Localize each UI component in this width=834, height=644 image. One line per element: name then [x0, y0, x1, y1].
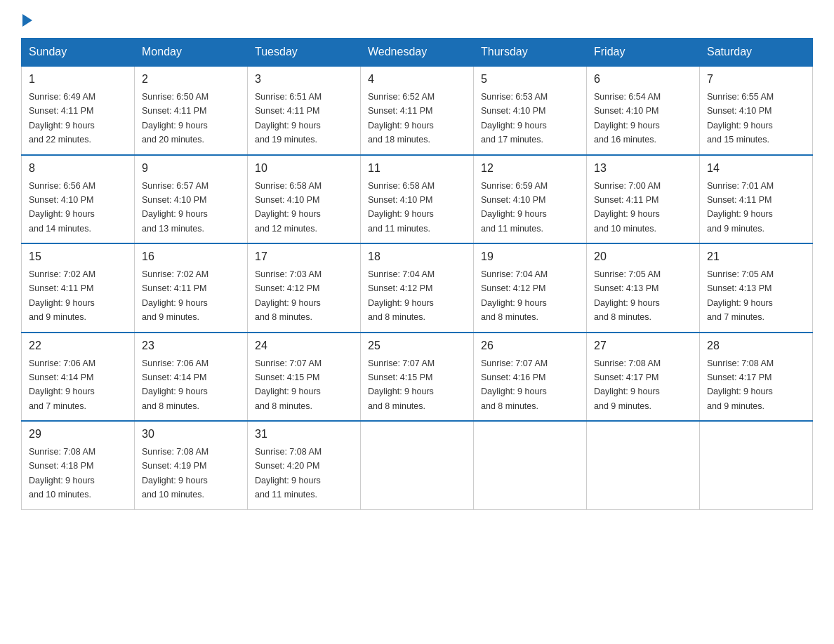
- calendar-cell: 6 Sunrise: 6:54 AMSunset: 4:10 PMDayligh…: [587, 66, 700, 155]
- day-number: 6: [594, 71, 692, 88]
- day-info: Sunrise: 6:50 AMSunset: 4:11 PMDaylight:…: [142, 92, 208, 145]
- calendar-cell: [587, 421, 700, 509]
- calendar-cell: 2 Sunrise: 6:50 AMSunset: 4:11 PMDayligh…: [135, 66, 248, 155]
- day-info: Sunrise: 7:04 AMSunset: 4:12 PMDaylight:…: [368, 269, 435, 322]
- day-info: Sunrise: 7:07 AMSunset: 4:15 PMDaylight:…: [255, 358, 322, 411]
- calendar-week-row: 15 Sunrise: 7:02 AMSunset: 4:11 PMDaylig…: [22, 243, 813, 333]
- calendar-table: SundayMondayTuesdayWednesdayThursdayFrid…: [21, 38, 813, 510]
- calendar-cell: 10 Sunrise: 6:58 AMSunset: 4:10 PMDaylig…: [248, 155, 361, 244]
- day-number: 3: [255, 71, 353, 88]
- logo-triangle-icon: [22, 14, 32, 27]
- calendar-cell: 20 Sunrise: 7:05 AMSunset: 4:13 PMDaylig…: [587, 243, 700, 333]
- day-info: Sunrise: 7:04 AMSunset: 4:12 PMDaylight:…: [481, 269, 548, 322]
- calendar-cell: 26 Sunrise: 7:07 AMSunset: 4:16 PMDaylig…: [474, 333, 587, 422]
- calendar-cell: 15 Sunrise: 7:02 AMSunset: 4:11 PMDaylig…: [22, 243, 135, 333]
- day-info: Sunrise: 6:52 AMSunset: 4:11 PMDaylight:…: [368, 92, 435, 145]
- day-info: Sunrise: 7:01 AMSunset: 4:11 PMDaylight:…: [707, 181, 774, 234]
- day-number: 30: [142, 426, 240, 443]
- day-number: 2: [142, 71, 240, 88]
- day-number: 1: [29, 71, 127, 88]
- day-info: Sunrise: 7:06 AMSunset: 4:14 PMDaylight:…: [29, 358, 95, 411]
- day-number: 24: [255, 337, 353, 354]
- day-info: Sunrise: 7:07 AMSunset: 4:15 PMDaylight:…: [368, 358, 435, 411]
- calendar-cell: 24 Sunrise: 7:07 AMSunset: 4:15 PMDaylig…: [248, 333, 361, 422]
- calendar-cell: [700, 421, 813, 509]
- day-info: Sunrise: 7:08 AMSunset: 4:17 PMDaylight:…: [707, 358, 774, 411]
- day-info: Sunrise: 7:08 AMSunset: 4:20 PMDaylight:…: [255, 447, 322, 499]
- day-number: 12: [481, 160, 579, 177]
- calendar-cell: [474, 421, 587, 509]
- calendar-cell: 5 Sunrise: 6:53 AMSunset: 4:10 PMDayligh…: [474, 66, 587, 155]
- calendar-cell: 16 Sunrise: 7:02 AMSunset: 4:11 PMDaylig…: [135, 243, 248, 333]
- day-info: Sunrise: 6:53 AMSunset: 4:10 PMDaylight:…: [481, 92, 548, 145]
- calendar-cell: 14 Sunrise: 7:01 AMSunset: 4:11 PMDaylig…: [700, 155, 813, 244]
- day-info: Sunrise: 7:02 AMSunset: 4:11 PMDaylight:…: [29, 269, 95, 322]
- calendar-cell: 28 Sunrise: 7:08 AMSunset: 4:17 PMDaylig…: [700, 333, 813, 422]
- calendar-cell: 8 Sunrise: 6:56 AMSunset: 4:10 PMDayligh…: [22, 155, 135, 244]
- day-number: 23: [142, 337, 240, 354]
- calendar-cell: 3 Sunrise: 6:51 AMSunset: 4:11 PMDayligh…: [248, 66, 361, 155]
- calendar-cell: 27 Sunrise: 7:08 AMSunset: 4:17 PMDaylig…: [587, 333, 700, 422]
- day-info: Sunrise: 6:49 AMSunset: 4:11 PMDaylight:…: [29, 92, 95, 145]
- day-info: Sunrise: 7:08 AMSunset: 4:18 PMDaylight:…: [29, 447, 95, 499]
- calendar-cell: 22 Sunrise: 7:06 AMSunset: 4:14 PMDaylig…: [22, 333, 135, 422]
- calendar-cell: 23 Sunrise: 7:06 AMSunset: 4:14 PMDaylig…: [135, 333, 248, 422]
- day-number: 11: [368, 160, 466, 177]
- day-number: 14: [707, 160, 805, 177]
- calendar-cell: 1 Sunrise: 6:49 AMSunset: 4:11 PMDayligh…: [22, 66, 135, 155]
- day-number: 19: [481, 248, 579, 265]
- calendar-cell: 25 Sunrise: 7:07 AMSunset: 4:15 PMDaylig…: [361, 333, 474, 422]
- day-number: 13: [594, 160, 692, 177]
- calendar-cell: 7 Sunrise: 6:55 AMSunset: 4:10 PMDayligh…: [700, 66, 813, 155]
- calendar-header-monday: Monday: [135, 39, 248, 67]
- calendar-header-tuesday: Tuesday: [248, 39, 361, 67]
- calendar-week-row: 8 Sunrise: 6:56 AMSunset: 4:10 PMDayligh…: [22, 155, 813, 244]
- day-info: Sunrise: 6:51 AMSunset: 4:11 PMDaylight:…: [255, 92, 322, 145]
- calendar-header-wednesday: Wednesday: [361, 39, 474, 67]
- calendar-cell: 21 Sunrise: 7:05 AMSunset: 4:13 PMDaylig…: [700, 243, 813, 333]
- day-number: 17: [255, 248, 353, 265]
- calendar-cell: 31 Sunrise: 7:08 AMSunset: 4:20 PMDaylig…: [248, 421, 361, 509]
- day-info: Sunrise: 7:07 AMSunset: 4:16 PMDaylight:…: [481, 358, 548, 411]
- calendar-week-row: 1 Sunrise: 6:49 AMSunset: 4:11 PMDayligh…: [22, 66, 813, 155]
- calendar-header-row: SundayMondayTuesdayWednesdayThursdayFrid…: [22, 39, 813, 67]
- day-info: Sunrise: 6:56 AMSunset: 4:10 PMDaylight:…: [29, 181, 95, 234]
- day-info: Sunrise: 7:02 AMSunset: 4:11 PMDaylight:…: [142, 269, 208, 322]
- day-info: Sunrise: 7:00 AMSunset: 4:11 PMDaylight:…: [594, 181, 661, 234]
- day-number: 26: [481, 337, 579, 354]
- day-number: 7: [707, 71, 805, 88]
- day-info: Sunrise: 6:57 AMSunset: 4:10 PMDaylight:…: [142, 181, 208, 234]
- calendar-cell: 13 Sunrise: 7:00 AMSunset: 4:11 PMDaylig…: [587, 155, 700, 244]
- calendar-header-saturday: Saturday: [700, 39, 813, 67]
- day-number: 10: [255, 160, 353, 177]
- day-info: Sunrise: 7:05 AMSunset: 4:13 PMDaylight:…: [594, 269, 661, 322]
- day-info: Sunrise: 6:55 AMSunset: 4:10 PMDaylight:…: [707, 92, 774, 145]
- calendar-cell: 29 Sunrise: 7:08 AMSunset: 4:18 PMDaylig…: [22, 421, 135, 509]
- day-info: Sunrise: 6:58 AMSunset: 4:10 PMDaylight:…: [255, 181, 322, 234]
- day-number: 21: [707, 248, 805, 265]
- day-number: 8: [29, 160, 127, 177]
- day-number: 25: [368, 337, 466, 354]
- logo: [21, 14, 34, 27]
- day-info: Sunrise: 7:03 AMSunset: 4:12 PMDaylight:…: [255, 269, 322, 322]
- calendar-cell: 19 Sunrise: 7:04 AMSunset: 4:12 PMDaylig…: [474, 243, 587, 333]
- day-number: 22: [29, 337, 127, 354]
- day-number: 16: [142, 248, 240, 265]
- calendar-header-thursday: Thursday: [474, 39, 587, 67]
- day-number: 27: [594, 337, 692, 354]
- day-number: 18: [368, 248, 466, 265]
- day-number: 5: [481, 71, 579, 88]
- day-number: 20: [594, 248, 692, 265]
- calendar-cell: 4 Sunrise: 6:52 AMSunset: 4:11 PMDayligh…: [361, 66, 474, 155]
- calendar-week-row: 29 Sunrise: 7:08 AMSunset: 4:18 PMDaylig…: [22, 421, 813, 509]
- calendar-cell: 17 Sunrise: 7:03 AMSunset: 4:12 PMDaylig…: [248, 243, 361, 333]
- calendar-cell: 9 Sunrise: 6:57 AMSunset: 4:10 PMDayligh…: [135, 155, 248, 244]
- calendar-cell: 18 Sunrise: 7:04 AMSunset: 4:12 PMDaylig…: [361, 243, 474, 333]
- page-header: [21, 14, 813, 27]
- day-info: Sunrise: 7:06 AMSunset: 4:14 PMDaylight:…: [142, 358, 208, 411]
- day-number: 9: [142, 160, 240, 177]
- calendar-cell: 30 Sunrise: 7:08 AMSunset: 4:19 PMDaylig…: [135, 421, 248, 509]
- calendar-cell: 12 Sunrise: 6:59 AMSunset: 4:10 PMDaylig…: [474, 155, 587, 244]
- calendar-week-row: 22 Sunrise: 7:06 AMSunset: 4:14 PMDaylig…: [22, 333, 813, 422]
- day-number: 28: [707, 337, 805, 354]
